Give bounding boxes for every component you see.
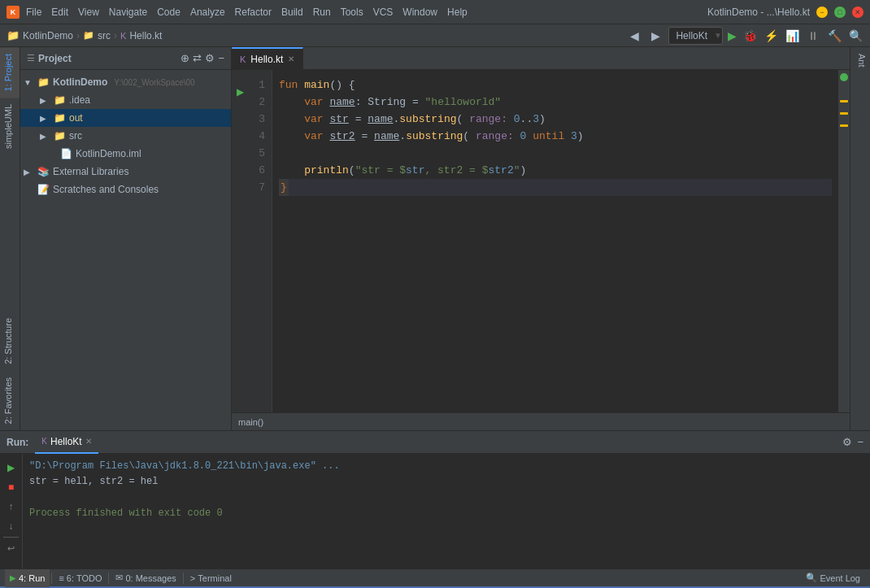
toolbar-run[interactable]: ▶ 4: Run [5,569,50,587]
toolbar-todo[interactable]: ≡ 6: TODO [54,569,107,587]
tree-out[interactable]: ▶ 📁 out [20,109,231,127]
sidebar-tab-project[interactable]: 1: Project [0,47,20,98]
msg-toolbar-icon: ✉ [115,573,123,583]
run-output-line-2: str = hell, str2 = hel [29,474,863,490]
maximize-button[interactable]: □ [834,7,846,18]
tree-iml[interactable]: ▶ 📄 KotlinDemo.iml [20,145,231,163]
run-restart-btn[interactable]: ▶ [2,459,20,477]
run-wrap-btn[interactable]: ↩ [2,539,20,557]
project-settings-icon[interactable]: ⚙ [205,52,215,64]
run-settings-icon[interactable]: ⚙ [842,436,852,448]
breadcrumb-sep2: › [114,30,117,41]
ln-5: 5 [248,145,268,162]
tree-idea[interactable]: ▶ 📁 .idea [20,91,231,109]
bottom-toolbar: ▶ 4: Run ≡ 6: TODO ✉ 0: Messages > Termi… [0,568,870,586]
pause-icon[interactable]: ⏸ [805,28,821,44]
root-label: KotlinDemo [53,76,107,88]
code-line-7: } [279,179,832,196]
hellakt-close-btn[interactable]: ✕ [288,54,294,63]
sidebar-tab-favorites[interactable]: 2: Favorites [0,371,20,430]
minimize-button[interactable]: − [816,7,828,18]
run-stop-btn[interactable]: ■ [2,478,20,496]
run-gutter-btn[interactable]: ▶ [232,83,248,100]
run-output-text: str = hell, str2 = hel [29,476,158,487]
todo-toolbar-icon: ≡ [59,573,63,583]
root-path: Y:\002_WorkSpace\00 [114,78,194,87]
extlib-arrow: ▶ [24,168,33,176]
current-function: main() [238,417,263,427]
debug-icon[interactable]: 🐞 [742,28,758,44]
toolbar-messages[interactable]: ✉ 0: Messages [111,569,181,587]
project-layout-icon[interactable]: ⇄ [193,52,202,64]
run-button[interactable]: ▶ [728,29,737,42]
breadcrumb-src[interactable]: src [98,30,111,41]
project-minimize-icon[interactable]: − [218,52,224,64]
menu-window[interactable]: Window [402,7,437,18]
menu-build[interactable]: Build [281,7,303,18]
run-tab-hellakt[interactable]: K HelloKt ✕ [35,431,98,454]
scratch-label: Scratches and Consoles [53,184,159,195]
project-panel: ☰ Project ⊕ ⇄ ⚙ − ▼ 📁 KotlinDemo Y:\002_… [20,47,232,430]
search-toolbar-icon: 🔍 [806,573,817,583]
code-content[interactable]: fun main() { var name: String = "hellowo… [272,70,838,412]
tree-src[interactable]: ▶ 📁 src [20,127,231,145]
run-minimize-icon[interactable]: − [857,436,863,448]
coverage-icon[interactable]: ⚡ [763,28,779,44]
profile-icon[interactable]: 📊 [784,28,800,44]
todo-toolbar-label: 6: TODO [67,573,102,583]
main-toolbar: ◀ ▶ HelloKt ▼ ▶ 🐞 ⚡ 📊 ⏸ 🔨 🔍 [626,27,863,45]
gutter-warning-1 [840,100,848,102]
run-scroll-down-btn[interactable]: ↓ [2,517,20,535]
menu-help[interactable]: Help [447,7,468,18]
menu-vcs[interactable]: VCS [373,7,394,18]
menu-code[interactable]: Code [157,7,181,18]
nav-back-icon[interactable]: ◀ [626,28,642,44]
menu-view[interactable]: View [78,7,99,18]
menu-file[interactable]: File [26,7,41,18]
breadcrumb-kotlindemo[interactable]: KotlinDemo [23,30,73,41]
editor-tabs: K Hello.kt ✕ [232,47,850,70]
sidebar-tab-simpleuml[interactable]: simpleUML [0,98,20,155]
run-config-wrapper: HelloKt ▼ [668,27,723,45]
menu-run[interactable]: Run [313,7,331,18]
editor-area: K Hello.kt ✕ ▶ [232,47,850,430]
ln-7: 7 [248,179,268,196]
app-icon: K [7,6,20,19]
run-config-label: HelloKt [669,30,714,41]
menu-tools[interactable]: Tools [341,7,363,18]
menu-analyze[interactable]: Analyze [190,7,225,18]
line-gutter: ▶ 1 2 3 4 5 6 7 [232,70,272,412]
toolbar-eventlog[interactable]: 🔍 Event Log [801,569,865,587]
right-tab-ant[interactable]: Ant [850,47,870,74]
editor-tab-hellakt[interactable]: K Hello.kt ✕ [232,47,303,70]
toolbar-terminal[interactable]: > Terminal [185,569,237,587]
run-java-path: "D:\Program Files\Java\jdk1.8.0_221\bin\… [29,460,340,472]
window-title: KotlinDemo - ...\Hello.kt [707,7,810,18]
tree-external-libs[interactable]: ▶ 📚 External Libraries [20,163,231,181]
tree-root-kotlindemo[interactable]: ▼ 📁 KotlinDemo Y:\002_WorkSpace\00 [20,73,231,91]
ln-4: 4 [248,128,268,145]
tree-scratches[interactable]: ▶ 📝 Scratches and Consoles [20,181,231,198]
menu-refactor[interactable]: Refactor [235,7,272,18]
run-scroll-up-btn[interactable]: ↑ [2,498,20,516]
run-config-arrow[interactable]: ▼ [714,31,722,40]
toolbar-sep-1 [51,573,52,584]
iml-label: KotlinDemo.iml [76,148,141,159]
menu-edit[interactable]: Edit [51,7,68,18]
msg-toolbar-label: 0: Messages [125,573,176,583]
hellakt-tab-icon: K [240,54,246,64]
run-output: "D:\Program Files\Java\jdk1.8.0_221\bin\… [23,454,870,568]
src-label: src [69,130,82,142]
close-button[interactable]: ✕ [852,7,863,18]
build-project-icon[interactable]: 🔨 [826,28,842,44]
sidebar-tab-structure[interactable]: 2: Structure [0,311,20,371]
gutter-warning-3 [840,124,848,127]
breadcrumb-hello[interactable]: Hello.kt [129,30,162,41]
menu-navigate[interactable]: Navigate [109,7,147,18]
ln-6: 6 [248,162,268,179]
project-add-icon[interactable]: ⊕ [181,52,189,64]
code-line-6: println("str = $str, str2 = $str2") [279,162,832,179]
run-tab-close[interactable]: ✕ [85,437,92,446]
nav-forward-icon[interactable]: ▶ [647,28,663,44]
search-everywhere-icon[interactable]: 🔍 [847,28,863,44]
